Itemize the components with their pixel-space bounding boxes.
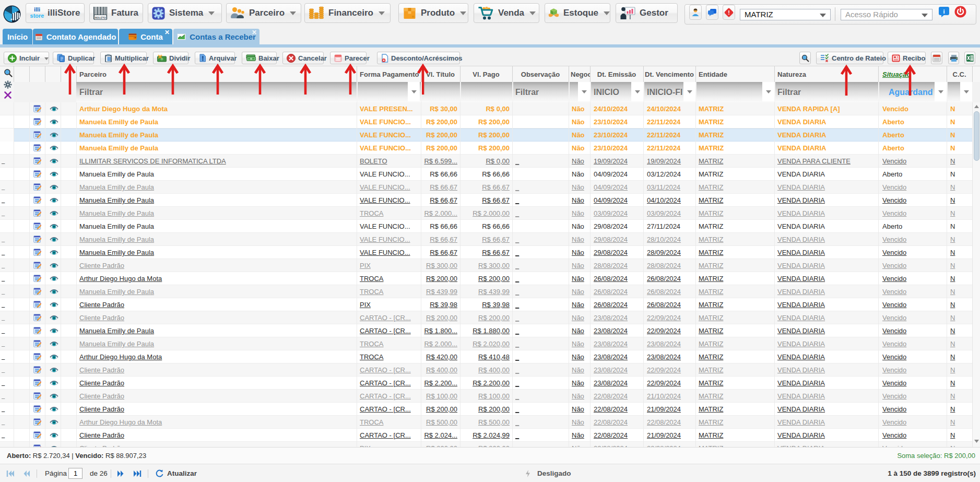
svg-text:store: store <box>30 13 44 19</box>
svg-text:BOLETO: BOLETO <box>95 16 106 19</box>
svg-text:i: i <box>943 8 944 15</box>
svg-text:illi: illi <box>34 6 40 13</box>
svg-text:!: ! <box>728 9 730 16</box>
